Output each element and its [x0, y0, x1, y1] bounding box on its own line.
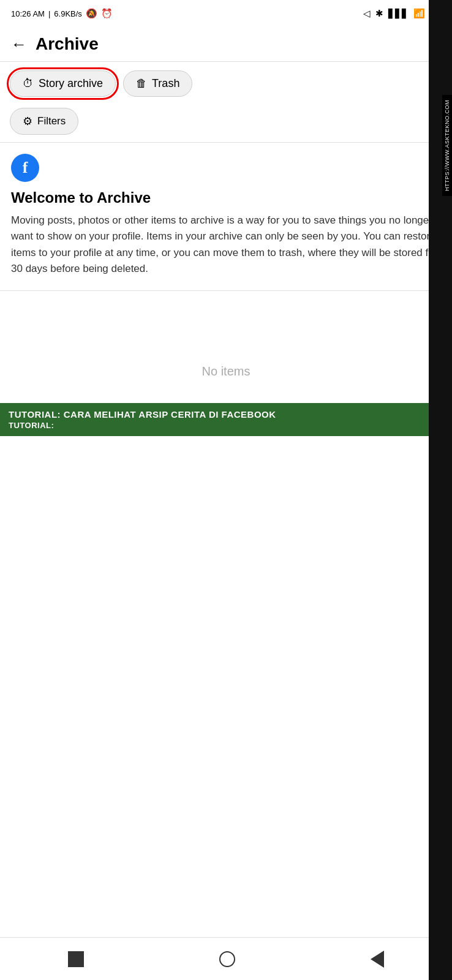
time-text: 10:26 AM [11, 9, 45, 18]
triangle-icon [371, 951, 384, 968]
status-left: 10:26 AM | 6.9KB/s 🔕 ⏰ [11, 8, 113, 19]
filters-row: ⚙ Filters [0, 103, 452, 142]
tab-trash[interactable]: 🗑 Trash [123, 70, 192, 97]
no-items-text: No items [202, 364, 250, 379]
circle-icon [219, 951, 235, 967]
welcome-description: Moving posts, photos or other items to a… [11, 213, 441, 277]
tutorial-main-text: TUTORIAL: CARA MELIHAT ARSIP CERITA DI F… [9, 409, 443, 420]
back-button[interactable]: ← [11, 36, 27, 52]
nav-back-button[interactable] [364, 944, 390, 974]
side-label: HTTPS://WWW.ASKTEKNO.COM [442, 95, 452, 196]
network-speed: 6.9KB/s [54, 9, 82, 18]
bluetooth-icon: ✱ [375, 8, 383, 19]
page-title: Archive [36, 34, 99, 54]
filters-icon: ⚙ [23, 115, 32, 128]
tab-story-archive-label: Story archive [39, 77, 103, 90]
tab-trash-label: Trash [152, 77, 179, 90]
bottom-nav [0, 937, 452, 980]
nav-home-button[interactable] [213, 945, 241, 973]
trash-icon: 🗑 [136, 77, 147, 90]
facebook-icon: f [11, 154, 39, 182]
nav-square-button[interactable] [62, 945, 90, 973]
tabs-row: ⏱ Story archive 🗑 Trash [0, 62, 452, 103]
signal-icon: ▋▋▋ [388, 9, 409, 18]
side-strip: HTTPS://WWW.ASKTEKNO.COM [429, 0, 452, 980]
filters-label: Filters [37, 115, 66, 127]
location-icon: ◁ [363, 8, 371, 19]
status-bar: 10:26 AM | 6.9KB/s 🔕 ⏰ ◁ ✱ ▋▋▋ 📶 1 [0, 0, 452, 27]
story-archive-icon: ⏱ [23, 77, 34, 90]
square-icon [68, 951, 84, 967]
alarm-icon: ⏰ [101, 8, 113, 19]
welcome-title: Welcome to Archive [11, 189, 441, 206]
wifi-icon: 📶 [413, 8, 425, 19]
tutorial-banner: TUTORIAL: CARA MELIHAT ARSIP CERITA DI F… [0, 403, 452, 436]
speed-text: | [48, 9, 50, 18]
welcome-card: f × Welcome to Archive Moving posts, pho… [0, 143, 452, 291]
empty-state: No items [0, 291, 452, 403]
tab-story-archive[interactable]: ⏱ Story archive [10, 70, 116, 97]
filters-button[interactable]: ⚙ Filters [10, 108, 78, 135]
header: ← Archive [0, 27, 452, 62]
tutorial-sub-text: TUTORIAL: [9, 421, 443, 430]
mute-icon: 🔕 [86, 8, 97, 19]
